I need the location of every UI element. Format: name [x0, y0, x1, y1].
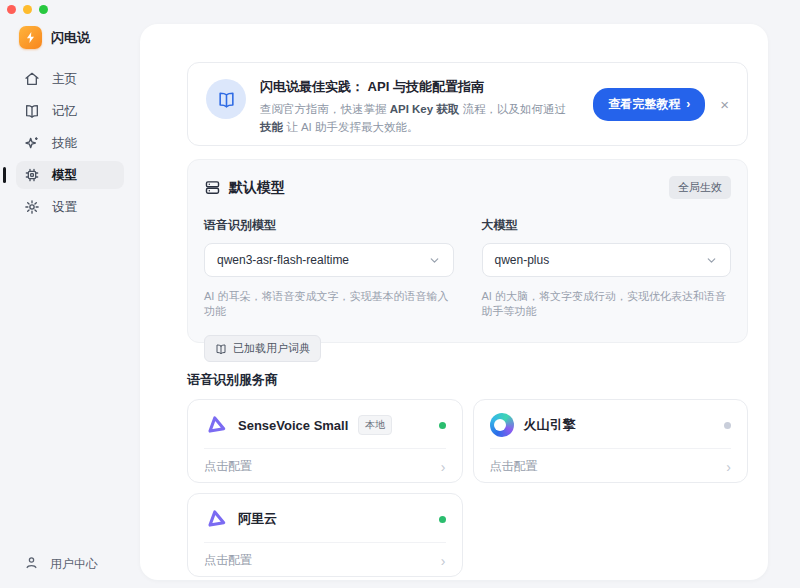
configure-label: 点击配置	[204, 552, 252, 569]
desc-segment: 查阅官方指南，快速掌握	[260, 103, 390, 115]
aliyun-logo	[204, 507, 228, 531]
desc-segment: 让 AI 助手发挥最大效能。	[283, 121, 418, 133]
chevron-right-icon: ›	[441, 554, 446, 568]
sidebar-item-skills[interactable]: 技能	[16, 129, 124, 157]
default-models-card: 默认模型 全局生效 语音识别模型 qwen3-asr-flash-realtim…	[187, 159, 748, 343]
llm-model-field: 大模型 qwen-plus AI 的大脑，将文字变成行动，实现优化表达和语音助手…	[482, 217, 732, 319]
sidebar-item-label: 技能	[52, 135, 77, 152]
llm-model-description: AI 的大脑，将文字变成行动，实现优化表达和语音助手等功能	[482, 289, 732, 319]
sidebar-item-label: 主页	[52, 71, 77, 88]
banner-text: 闪电说最佳实践： API 与技能配置指南 查阅官方指南，快速掌握 API Key…	[260, 78, 579, 137]
llm-model-value: qwen-plus	[495, 253, 550, 267]
app-title: 闪电说	[51, 29, 90, 47]
provider-configure-row[interactable]: 点击配置 ›	[474, 449, 748, 475]
book-icon	[24, 103, 40, 119]
view-tutorial-button[interactable]: 查看完整教程 ›	[593, 88, 705, 121]
open-book-icon	[206, 79, 246, 119]
provider-card-volcano[interactable]: 火山引擎 点击配置 ›	[473, 399, 749, 483]
chevron-down-icon	[705, 254, 718, 267]
app-logo: 闪电说	[0, 26, 140, 49]
dictionary-icon	[215, 343, 227, 355]
provider-card-header: 火山引擎	[474, 400, 748, 448]
gear-icon	[24, 199, 40, 215]
view-tutorial-label: 查看完整教程	[608, 96, 680, 113]
status-dot-offline	[724, 422, 731, 429]
user-center-button[interactable]: 用户中心	[0, 555, 140, 574]
asr-model-description: AI 的耳朵，将语音变成文字，实现基本的语音输入功能	[204, 289, 454, 319]
provider-card-aliyun[interactable]: 阿里云 点击配置 ›	[187, 493, 463, 577]
sidebar-nav: 主页 记忆 技能 模型 设置	[0, 65, 140, 221]
desc-segment: API Key 获取	[390, 103, 460, 115]
asr-model-label: 语音识别模型	[204, 217, 454, 234]
providers-grid: SenseVoice Small 本地 点击配置 › 火山引擎 点击配置 ›	[187, 399, 748, 577]
home-icon	[24, 71, 40, 87]
default-models-title: 默认模型	[229, 179, 285, 197]
sparkle-icon	[24, 135, 40, 151]
default-models-header: 默认模型 全局生效	[204, 176, 731, 199]
configure-label: 点击配置	[490, 458, 538, 475]
provider-configure-row[interactable]: 点击配置 ›	[188, 449, 462, 475]
chevron-right-icon: ›	[726, 460, 731, 474]
sidebar: 闪电说 主页 记忆 技能 模型	[0, 0, 140, 588]
user-dictionary-label: 已加载用户词典	[233, 341, 310, 356]
model-fields: 语音识别模型 qwen3-asr-flash-realtime AI 的耳朵，将…	[204, 217, 731, 319]
status-dot-online	[439, 516, 446, 523]
banner-actions: 查看完整教程 › ×	[593, 88, 729, 121]
lightning-logo-icon	[19, 26, 42, 49]
banner-title: 闪电说最佳实践： API 与技能配置指南	[260, 78, 579, 96]
desc-segment: 技能	[260, 121, 283, 133]
close-icon[interactable]: ×	[720, 97, 729, 112]
sidebar-item-label: 模型	[52, 167, 77, 184]
llm-model-select[interactable]: qwen-plus	[482, 243, 732, 277]
chip-icon	[24, 167, 40, 183]
sidebar-item-settings[interactable]: 设置	[16, 193, 124, 221]
provider-configure-row[interactable]: 点击配置 ›	[188, 543, 462, 569]
status-dot-online	[439, 422, 446, 429]
chevron-down-icon	[428, 254, 441, 267]
global-effect-badge: 全局生效	[669, 176, 731, 199]
providers-section-title: 语音识别服务商	[187, 371, 748, 389]
llm-model-label: 大模型	[482, 217, 732, 234]
configure-label: 点击配置	[204, 458, 252, 475]
provider-card-sensevoice[interactable]: SenseVoice Small 本地 点击配置 ›	[187, 399, 463, 483]
guide-banner: 闪电说最佳实践： API 与技能配置指南 查阅官方指南，快速掌握 API Key…	[187, 62, 748, 146]
provider-name: 阿里云	[238, 510, 277, 528]
local-badge: 本地	[358, 415, 392, 435]
sidebar-item-home[interactable]: 主页	[16, 65, 124, 93]
sidebar-item-models[interactable]: 模型	[16, 161, 124, 189]
layers-icon	[204, 179, 221, 196]
banner-description: 查阅官方指南，快速掌握 API Key 获取 流程，以及如何通过 技能 让 AI…	[260, 101, 579, 137]
provider-card-header: 阿里云	[188, 494, 462, 542]
user-center-label: 用户中心	[50, 556, 98, 573]
provider-name: 火山引擎	[524, 416, 576, 434]
asr-model-value: qwen3-asr-flash-realtime	[217, 253, 349, 267]
asr-model-field: 语音识别模型 qwen3-asr-flash-realtime AI 的耳朵，将…	[204, 217, 454, 319]
asr-model-select[interactable]: qwen3-asr-flash-realtime	[204, 243, 454, 277]
provider-name: SenseVoice Small	[238, 418, 348, 433]
sidebar-item-memory[interactable]: 记忆	[16, 97, 124, 125]
sidebar-item-label: 记忆	[52, 103, 77, 120]
chevron-right-icon: ›	[441, 460, 446, 474]
provider-card-header: SenseVoice Small 本地	[188, 400, 462, 448]
user-dictionary-button[interactable]: 已加载用户词典	[204, 335, 321, 362]
sidebar-item-label: 设置	[52, 199, 77, 216]
user-icon	[24, 555, 39, 574]
volcano-engine-logo	[490, 413, 514, 437]
main-panel: 闪电说最佳实践： API 与技能配置指南 查阅官方指南，快速掌握 API Key…	[140, 24, 768, 580]
arrow-right-icon: ›	[686, 97, 690, 111]
sensevoice-logo	[204, 413, 228, 437]
desc-segment: 流程，以及如何通过	[459, 103, 566, 115]
